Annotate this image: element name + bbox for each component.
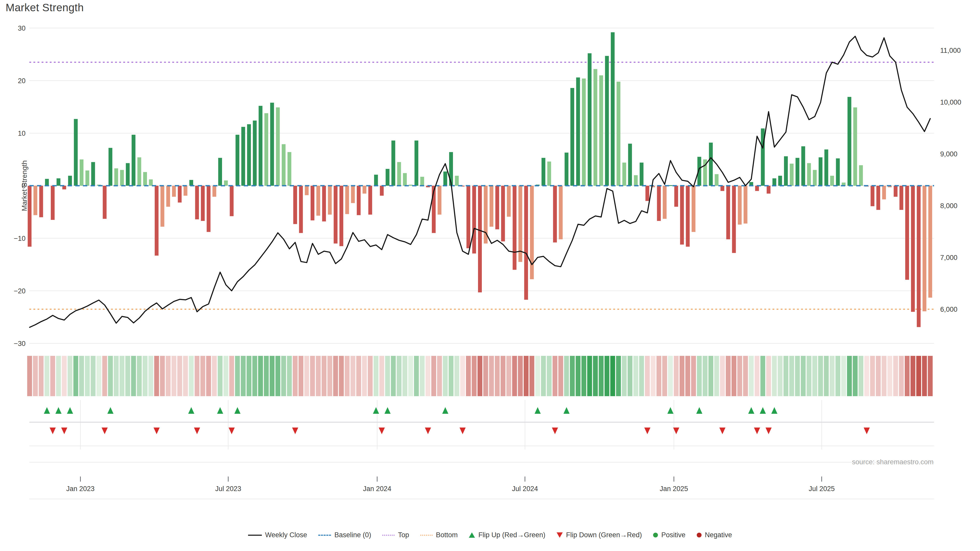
strength-bar <box>507 186 511 217</box>
right-axis-tick: 11,000 <box>940 47 961 54</box>
strength-bar <box>201 186 205 221</box>
heatmap-cell <box>137 356 142 396</box>
left-axis-tick: −30 <box>14 340 25 348</box>
heatmap-cell <box>299 356 304 396</box>
strength-bar <box>247 124 251 186</box>
flip-down-marker <box>754 427 760 434</box>
right-axis-tick: 8,000 <box>940 202 958 210</box>
heatmap-cell <box>789 356 794 396</box>
heatmap-cell <box>587 356 592 396</box>
heatmap-cell <box>333 356 338 396</box>
heatmap-cell <box>760 356 765 396</box>
baseline-swatch <box>318 535 331 536</box>
strength-bar <box>877 186 880 210</box>
strength-bar <box>784 156 788 186</box>
legend-item: Negative <box>697 531 732 539</box>
heatmap-cell <box>33 356 38 396</box>
legend-label: Positive <box>661 531 686 539</box>
strength-bar <box>345 186 349 214</box>
heatmap-cell <box>755 356 759 396</box>
heatmap-cell <box>801 356 806 396</box>
legend-item: Flip Down (Green→Red) <box>557 531 642 539</box>
legend-item: Flip Up (Red→Green) <box>469 531 546 539</box>
strength-bar <box>293 186 297 224</box>
heatmap-cell <box>853 356 858 396</box>
heatmap-cell <box>62 356 67 396</box>
strength-bar <box>767 186 770 194</box>
strength-bar <box>282 144 286 186</box>
legend-label: Weekly Close <box>265 531 307 539</box>
heatmap-cell <box>622 356 627 396</box>
heatmap-cell <box>726 356 731 396</box>
heatmap-cell <box>356 356 361 396</box>
weekly-close-swatch <box>248 535 262 536</box>
heatmap-cell <box>807 356 811 396</box>
strength-bar <box>501 186 505 241</box>
strength-bar <box>449 152 453 186</box>
heatmap-cell <box>79 356 84 396</box>
strength-bar <box>773 178 776 186</box>
left-axis-tick: 20 <box>18 77 25 85</box>
strength-bar <box>622 162 626 186</box>
strength-bar <box>738 186 741 224</box>
heatmap-cell <box>876 356 881 396</box>
strength-bar <box>605 56 609 186</box>
heatmap-cell <box>391 356 396 396</box>
strength-bar <box>310 186 314 221</box>
heatmap-cell <box>252 356 257 396</box>
heatmap-cell <box>328 356 332 396</box>
heatmap-cell <box>518 356 523 396</box>
strength-bar <box>74 119 78 186</box>
flip-up-marker <box>67 407 73 414</box>
heatmap-cell <box>455 356 460 396</box>
strength-bar <box>686 186 690 247</box>
strength-bar <box>744 186 748 224</box>
strength-bar <box>634 175 638 186</box>
flip-up-marker <box>442 407 449 414</box>
strength-bar <box>894 186 897 197</box>
negative-dot-icon <box>697 533 702 537</box>
strength-bar <box>646 186 649 201</box>
heatmap-cell <box>431 356 436 396</box>
strength-bar <box>617 82 620 186</box>
heatmap-cell <box>189 356 194 396</box>
heatmap-cell <box>310 356 315 396</box>
heatmap-cell <box>547 356 552 396</box>
flip-down-marker <box>425 427 431 434</box>
strength-bar <box>28 186 32 247</box>
strength-bar <box>253 121 257 186</box>
strength-bar <box>547 162 551 186</box>
strength-bar <box>287 152 291 186</box>
flip-up-marker <box>667 407 673 414</box>
heatmap-cell <box>402 356 407 396</box>
strength-bar <box>166 186 170 206</box>
flip-up-marker <box>771 407 777 414</box>
heatmap-cell <box>662 356 667 396</box>
strength-bar <box>299 186 303 233</box>
strength-bar <box>57 178 60 186</box>
right-axis-tick: 7,000 <box>940 254 958 262</box>
heatmap-cell <box>905 356 910 396</box>
flip-up-triangle-icon <box>469 532 475 538</box>
strength-bar <box>917 186 921 327</box>
flip-down-marker <box>765 427 772 434</box>
strength-bar <box>732 186 736 253</box>
strength-bar <box>726 186 730 239</box>
strength-bar <box>859 165 863 186</box>
strength-bar <box>853 107 857 186</box>
strength-bar <box>790 164 794 186</box>
right-axis-tick: 10,000 <box>940 98 961 106</box>
strength-bar <box>478 186 482 292</box>
heatmap-cell <box>396 356 401 396</box>
heatmap-cell <box>45 356 49 396</box>
strength-bar <box>363 186 366 194</box>
heatmap-cell <box>345 356 350 396</box>
heatmap-cell <box>501 356 505 396</box>
strength-bar <box>611 32 614 186</box>
flip-up-marker <box>44 407 50 414</box>
heatmap-cell <box>576 356 581 396</box>
flip-down-marker <box>154 427 160 434</box>
strength-bar <box>824 149 828 186</box>
heatmap-cell <box>489 356 494 396</box>
strength-bar <box>91 162 95 186</box>
